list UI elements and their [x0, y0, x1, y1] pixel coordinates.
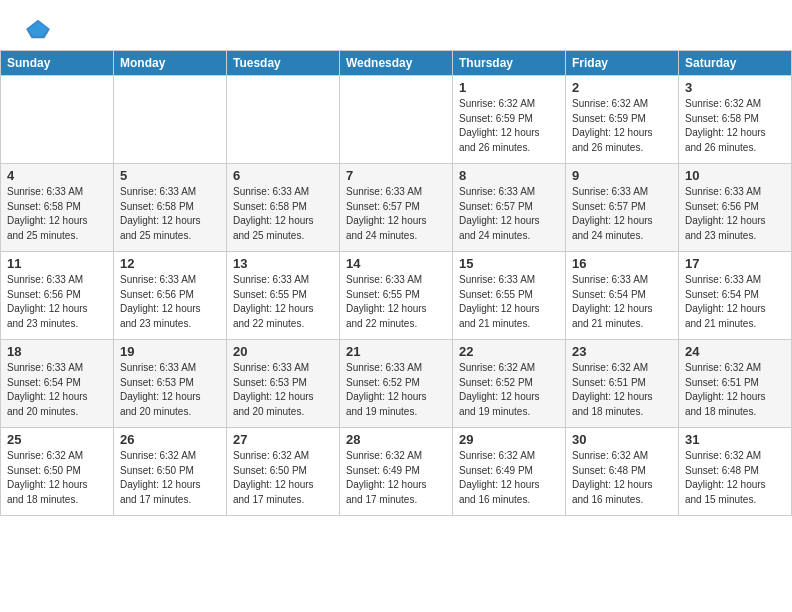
cell-info: Sunrise: 6:32 AMSunset: 6:59 PMDaylight:…: [459, 97, 559, 155]
cell-info: Sunrise: 6:32 AMSunset: 6:52 PMDaylight:…: [459, 361, 559, 419]
cell-info: Sunrise: 6:32 AMSunset: 6:59 PMDaylight:…: [572, 97, 672, 155]
day-number: 28: [346, 432, 446, 447]
calendar-cell: 9Sunrise: 6:33 AMSunset: 6:57 PMDaylight…: [566, 164, 679, 252]
day-number: 31: [685, 432, 785, 447]
calendar-cell: 26Sunrise: 6:32 AMSunset: 6:50 PMDayligh…: [114, 428, 227, 516]
cell-info: Sunrise: 6:33 AMSunset: 6:56 PMDaylight:…: [685, 185, 785, 243]
cell-info: Sunrise: 6:32 AMSunset: 6:51 PMDaylight:…: [572, 361, 672, 419]
calendar-cell: [340, 76, 453, 164]
cell-info: Sunrise: 6:32 AMSunset: 6:48 PMDaylight:…: [572, 449, 672, 507]
day-header-friday: Friday: [566, 51, 679, 76]
calendar-cell: 7Sunrise: 6:33 AMSunset: 6:57 PMDaylight…: [340, 164, 453, 252]
cell-info: Sunrise: 6:32 AMSunset: 6:48 PMDaylight:…: [685, 449, 785, 507]
day-number: 26: [120, 432, 220, 447]
cell-info: Sunrise: 6:33 AMSunset: 6:58 PMDaylight:…: [120, 185, 220, 243]
day-number: 8: [459, 168, 559, 183]
day-header-tuesday: Tuesday: [227, 51, 340, 76]
calendar-cell: 22Sunrise: 6:32 AMSunset: 6:52 PMDayligh…: [453, 340, 566, 428]
calendar-cell: [227, 76, 340, 164]
day-header-thursday: Thursday: [453, 51, 566, 76]
cell-info: Sunrise: 6:32 AMSunset: 6:50 PMDaylight:…: [233, 449, 333, 507]
calendar-cell: 5Sunrise: 6:33 AMSunset: 6:58 PMDaylight…: [114, 164, 227, 252]
week-row-4: 18Sunrise: 6:33 AMSunset: 6:54 PMDayligh…: [1, 340, 792, 428]
calendar-cell: 19Sunrise: 6:33 AMSunset: 6:53 PMDayligh…: [114, 340, 227, 428]
calendar-cell: 17Sunrise: 6:33 AMSunset: 6:54 PMDayligh…: [679, 252, 792, 340]
day-header-wednesday: Wednesday: [340, 51, 453, 76]
calendar-cell: [114, 76, 227, 164]
day-number: 22: [459, 344, 559, 359]
day-number: 19: [120, 344, 220, 359]
cell-info: Sunrise: 6:32 AMSunset: 6:50 PMDaylight:…: [120, 449, 220, 507]
cell-info: Sunrise: 6:33 AMSunset: 6:54 PMDaylight:…: [7, 361, 107, 419]
calendar-cell: 15Sunrise: 6:33 AMSunset: 6:55 PMDayligh…: [453, 252, 566, 340]
calendar-cell: [1, 76, 114, 164]
calendar-cell: 28Sunrise: 6:32 AMSunset: 6:49 PMDayligh…: [340, 428, 453, 516]
cell-info: Sunrise: 6:33 AMSunset: 6:56 PMDaylight:…: [120, 273, 220, 331]
calendar-cell: 3Sunrise: 6:32 AMSunset: 6:58 PMDaylight…: [679, 76, 792, 164]
calendar-cell: 23Sunrise: 6:32 AMSunset: 6:51 PMDayligh…: [566, 340, 679, 428]
day-number: 4: [7, 168, 107, 183]
cell-info: Sunrise: 6:33 AMSunset: 6:57 PMDaylight:…: [346, 185, 446, 243]
logo-icon: [24, 18, 52, 40]
day-number: 6: [233, 168, 333, 183]
week-row-1: 1Sunrise: 6:32 AMSunset: 6:59 PMDaylight…: [1, 76, 792, 164]
cell-info: Sunrise: 6:33 AMSunset: 6:55 PMDaylight:…: [233, 273, 333, 331]
day-number: 11: [7, 256, 107, 271]
cell-info: Sunrise: 6:32 AMSunset: 6:50 PMDaylight:…: [7, 449, 107, 507]
day-number: 14: [346, 256, 446, 271]
calendar-body: 1Sunrise: 6:32 AMSunset: 6:59 PMDaylight…: [1, 76, 792, 516]
day-header-monday: Monday: [114, 51, 227, 76]
calendar-cell: 4Sunrise: 6:33 AMSunset: 6:58 PMDaylight…: [1, 164, 114, 252]
day-number: 16: [572, 256, 672, 271]
cell-info: Sunrise: 6:33 AMSunset: 6:57 PMDaylight:…: [459, 185, 559, 243]
calendar-cell: 27Sunrise: 6:32 AMSunset: 6:50 PMDayligh…: [227, 428, 340, 516]
day-number: 24: [685, 344, 785, 359]
days-of-week-row: SundayMondayTuesdayWednesdayThursdayFrid…: [1, 51, 792, 76]
calendar-cell: 16Sunrise: 6:33 AMSunset: 6:54 PMDayligh…: [566, 252, 679, 340]
day-number: 27: [233, 432, 333, 447]
day-number: 25: [7, 432, 107, 447]
day-number: 12: [120, 256, 220, 271]
calendar-cell: 31Sunrise: 6:32 AMSunset: 6:48 PMDayligh…: [679, 428, 792, 516]
day-number: 29: [459, 432, 559, 447]
cell-info: Sunrise: 6:33 AMSunset: 6:57 PMDaylight:…: [572, 185, 672, 243]
cell-info: Sunrise: 6:33 AMSunset: 6:54 PMDaylight:…: [572, 273, 672, 331]
day-number: 18: [7, 344, 107, 359]
calendar-cell: 11Sunrise: 6:33 AMSunset: 6:56 PMDayligh…: [1, 252, 114, 340]
day-number: 3: [685, 80, 785, 95]
cell-info: Sunrise: 6:33 AMSunset: 6:53 PMDaylight:…: [120, 361, 220, 419]
cell-info: Sunrise: 6:32 AMSunset: 6:49 PMDaylight:…: [346, 449, 446, 507]
day-number: 9: [572, 168, 672, 183]
calendar-cell: 30Sunrise: 6:32 AMSunset: 6:48 PMDayligh…: [566, 428, 679, 516]
calendar-cell: 29Sunrise: 6:32 AMSunset: 6:49 PMDayligh…: [453, 428, 566, 516]
week-row-5: 25Sunrise: 6:32 AMSunset: 6:50 PMDayligh…: [1, 428, 792, 516]
day-number: 10: [685, 168, 785, 183]
calendar-table: SundayMondayTuesdayWednesdayThursdayFrid…: [0, 50, 792, 516]
cell-info: Sunrise: 6:33 AMSunset: 6:58 PMDaylight:…: [7, 185, 107, 243]
calendar-cell: 18Sunrise: 6:33 AMSunset: 6:54 PMDayligh…: [1, 340, 114, 428]
cell-info: Sunrise: 6:32 AMSunset: 6:51 PMDaylight:…: [685, 361, 785, 419]
calendar-cell: 2Sunrise: 6:32 AMSunset: 6:59 PMDaylight…: [566, 76, 679, 164]
calendar-cell: 25Sunrise: 6:32 AMSunset: 6:50 PMDayligh…: [1, 428, 114, 516]
calendar-cell: 21Sunrise: 6:33 AMSunset: 6:52 PMDayligh…: [340, 340, 453, 428]
cell-info: Sunrise: 6:33 AMSunset: 6:58 PMDaylight:…: [233, 185, 333, 243]
day-number: 20: [233, 344, 333, 359]
calendar-cell: 1Sunrise: 6:32 AMSunset: 6:59 PMDaylight…: [453, 76, 566, 164]
calendar-header: SundayMondayTuesdayWednesdayThursdayFrid…: [1, 51, 792, 76]
calendar-cell: 6Sunrise: 6:33 AMSunset: 6:58 PMDaylight…: [227, 164, 340, 252]
day-number: 21: [346, 344, 446, 359]
calendar-cell: 8Sunrise: 6:33 AMSunset: 6:57 PMDaylight…: [453, 164, 566, 252]
day-header-saturday: Saturday: [679, 51, 792, 76]
calendar-cell: 13Sunrise: 6:33 AMSunset: 6:55 PMDayligh…: [227, 252, 340, 340]
week-row-2: 4Sunrise: 6:33 AMSunset: 6:58 PMDaylight…: [1, 164, 792, 252]
cell-info: Sunrise: 6:33 AMSunset: 6:54 PMDaylight:…: [685, 273, 785, 331]
day-number: 2: [572, 80, 672, 95]
cell-info: Sunrise: 6:33 AMSunset: 6:52 PMDaylight:…: [346, 361, 446, 419]
week-row-3: 11Sunrise: 6:33 AMSunset: 6:56 PMDayligh…: [1, 252, 792, 340]
cell-info: Sunrise: 6:33 AMSunset: 6:56 PMDaylight:…: [7, 273, 107, 331]
calendar-cell: 10Sunrise: 6:33 AMSunset: 6:56 PMDayligh…: [679, 164, 792, 252]
day-header-sunday: Sunday: [1, 51, 114, 76]
day-number: 23: [572, 344, 672, 359]
day-number: 17: [685, 256, 785, 271]
day-number: 15: [459, 256, 559, 271]
